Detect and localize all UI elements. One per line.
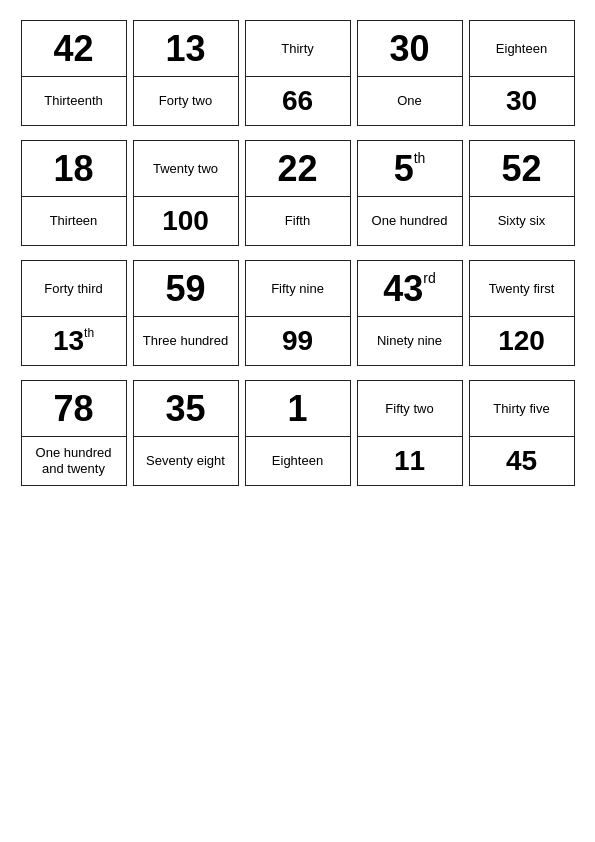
card-top-0-3: 30	[358, 21, 462, 77]
card-top-value-1-3: 5th	[394, 151, 426, 187]
card-top-value-3-2: 1	[287, 391, 307, 427]
card-bottom-value-1-4: Sixty six	[498, 213, 546, 229]
card-bottom-2-2: 99	[246, 317, 350, 365]
card-top-value-0-0: 42	[53, 31, 93, 67]
card-top-1-1: Twenty two	[134, 141, 238, 197]
card-0-0: 42Thirteenth	[21, 20, 127, 126]
card-top-2-1: 59	[134, 261, 238, 317]
card-bottom-3-4: 45	[470, 437, 574, 485]
card-2-3: 43rdNinety nine	[357, 260, 463, 366]
card-1-1: Twenty two100	[133, 140, 239, 246]
card-1-3: 5thOne hundred	[357, 140, 463, 246]
card-bottom-0-3: One	[358, 77, 462, 125]
card-bottom-value-1-2: Fifth	[285, 213, 310, 229]
card-top-3-2: 1	[246, 381, 350, 437]
card-bottom-value-3-1: Seventy eight	[146, 453, 225, 469]
row-1: 18ThirteenTwenty two10022Fifth5thOne hun…	[21, 140, 575, 246]
card-bottom-value-0-1: Forty two	[159, 93, 212, 109]
card-top-2-4: Twenty first	[470, 261, 574, 317]
row-0: 42Thirteenth13Forty twoThirty6630OneEigh…	[21, 20, 575, 126]
card-top-value-3-0: 78	[53, 391, 93, 427]
card-2-2: Fifty nine99	[245, 260, 351, 366]
card-bottom-0-1: Forty two	[134, 77, 238, 125]
card-bottom-3-0: One hundred and twenty	[22, 437, 126, 485]
card-bottom-0-4: 30	[470, 77, 574, 125]
card-top-value-1-2: 22	[277, 151, 317, 187]
card-top-value-2-2: Fifty nine	[271, 281, 324, 297]
card-top-0-2: Thirty	[246, 21, 350, 77]
card-top-value-2-1: 59	[165, 271, 205, 307]
card-0-3: 30One	[357, 20, 463, 126]
card-2-1: 59Three hundred	[133, 260, 239, 366]
card-bottom-2-3: Ninety nine	[358, 317, 462, 365]
card-bottom-value-1-1: 100	[162, 207, 209, 235]
row-3: 78One hundred and twenty35Seventy eight1…	[21, 380, 575, 486]
card-bottom-value-2-4: 120	[498, 327, 545, 355]
card-top-value-0-2: Thirty	[281, 41, 314, 57]
card-1-2: 22Fifth	[245, 140, 351, 246]
card-bottom-3-3: 11	[358, 437, 462, 485]
card-bottom-value-3-0: One hundred and twenty	[26, 445, 122, 476]
card-2-0: Forty third13th	[21, 260, 127, 366]
card-top-value-1-1: Twenty two	[153, 161, 218, 177]
card-1-4: 52Sixty six	[469, 140, 575, 246]
card-bottom-1-3: One hundred	[358, 197, 462, 245]
card-bottom-value-0-0: Thirteenth	[44, 93, 103, 109]
card-top-value-0-3: 30	[389, 31, 429, 67]
card-bottom-value-2-0: 13th	[53, 327, 94, 355]
card-top-1-3: 5th	[358, 141, 462, 197]
card-top-3-0: 78	[22, 381, 126, 437]
card-top-3-1: 35	[134, 381, 238, 437]
card-bottom-2-0: 13th	[22, 317, 126, 365]
card-top-value-3-4: Thirty five	[493, 401, 549, 417]
card-2-4: Twenty first120	[469, 260, 575, 366]
card-0-4: Eighteen30	[469, 20, 575, 126]
card-bottom-1-2: Fifth	[246, 197, 350, 245]
card-bottom-1-4: Sixty six	[470, 197, 574, 245]
card-bottom-1-0: Thirteen	[22, 197, 126, 245]
card-top-0-0: 42	[22, 21, 126, 77]
card-3-2: 1Eighteen	[245, 380, 351, 486]
card-top-1-4: 52	[470, 141, 574, 197]
card-bottom-value-1-0: Thirteen	[50, 213, 98, 229]
card-3-0: 78One hundred and twenty	[21, 380, 127, 486]
card-top-2-3: 43rd	[358, 261, 462, 317]
card-1-0: 18Thirteen	[21, 140, 127, 246]
card-bottom-3-2: Eighteen	[246, 437, 350, 485]
card-top-value-0-1: 13	[165, 31, 205, 67]
card-bottom-value-2-2: 99	[282, 327, 313, 355]
card-bottom-value-3-4: 45	[506, 447, 537, 475]
card-bottom-value-3-2: Eighteen	[272, 453, 323, 469]
card-bottom-0-0: Thirteenth	[22, 77, 126, 125]
card-top-3-3: Fifty two	[358, 381, 462, 437]
card-top-value-3-1: 35	[165, 391, 205, 427]
card-top-value-1-0: 18	[53, 151, 93, 187]
card-top-value-1-4: 52	[501, 151, 541, 187]
card-top-value-2-3: 43rd	[383, 271, 436, 307]
card-3-3: Fifty two11	[357, 380, 463, 486]
card-bottom-2-4: 120	[470, 317, 574, 365]
card-top-0-1: 13	[134, 21, 238, 77]
card-bottom-value-2-1: Three hundred	[143, 333, 228, 349]
card-bottom-value-1-3: One hundred	[372, 213, 448, 229]
card-bottom-value-3-3: 11	[394, 447, 425, 475]
card-bottom-2-1: Three hundred	[134, 317, 238, 365]
card-0-2: Thirty66	[245, 20, 351, 126]
main-grid: 42Thirteenth13Forty twoThirty6630OneEigh…	[21, 20, 575, 486]
card-top-value-0-4: Eighteen	[496, 41, 547, 57]
card-top-1-2: 22	[246, 141, 350, 197]
row-2: Forty third13th59Three hundredFifty nine…	[21, 260, 575, 366]
card-3-1: 35Seventy eight	[133, 380, 239, 486]
card-0-1: 13Forty two	[133, 20, 239, 126]
card-bottom-value-0-4: 30	[506, 87, 537, 115]
card-bottom-3-1: Seventy eight	[134, 437, 238, 485]
card-top-value-2-0: Forty third	[44, 281, 103, 297]
card-bottom-0-2: 66	[246, 77, 350, 125]
card-top-value-2-4: Twenty first	[489, 281, 555, 297]
card-3-4: Thirty five45	[469, 380, 575, 486]
card-top-2-0: Forty third	[22, 261, 126, 317]
card-top-2-2: Fifty nine	[246, 261, 350, 317]
card-bottom-value-0-2: 66	[282, 87, 313, 115]
card-bottom-value-2-3: Ninety nine	[377, 333, 442, 349]
card-bottom-value-0-3: One	[397, 93, 422, 109]
